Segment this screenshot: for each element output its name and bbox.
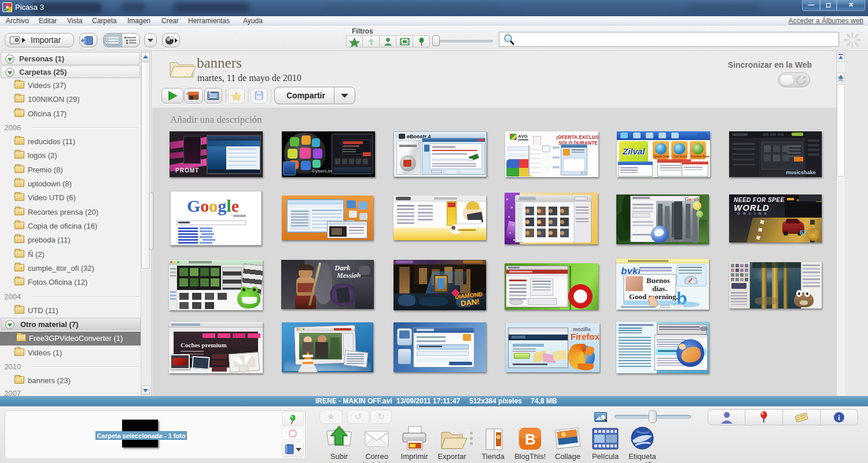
svg-text:+: + <box>80 36 85 45</box>
svg-text:B: B <box>525 431 536 448</box>
svg-text:+: + <box>208 90 211 95</box>
svg-text:+: + <box>186 90 189 97</box>
svg-text:i: i <box>838 413 840 422</box>
